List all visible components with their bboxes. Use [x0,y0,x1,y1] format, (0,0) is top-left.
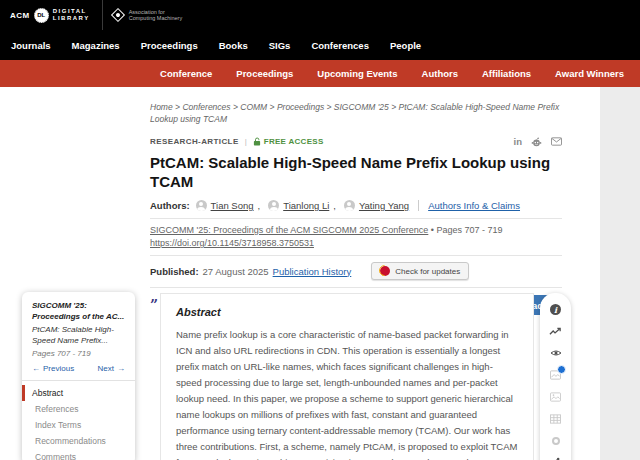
linkedin-icon[interactable]: in [514,136,522,147]
header-divider [102,0,103,30]
primary-nav-item[interactable]: Magazines [72,40,120,51]
article-type-label: RESEARCH-ARTICLE [150,137,239,146]
acm-association-logo[interactable]: Association forComputing Machinery [113,9,183,22]
doi-link[interactable]: https://doi.org/10.1145/3718958.3750531 [150,238,314,248]
publication-history-link[interactable]: Publication History [273,266,352,277]
divider [150,218,562,219]
doi-row: https://doi.org/10.1145/3718958.3750531 [150,238,562,248]
primary-nav-item[interactable]: SIGs [269,40,291,51]
crossmark-icon [380,266,390,276]
info-button[interactable]: i [550,304,561,315]
email-icon[interactable] [551,137,562,146]
section-nav-item[interactable]: Recommendations [22,433,125,449]
acm-dl-logo[interactable]: ACM DL DIGITALLIBRARY [10,8,90,23]
reddit-icon[interactable] [531,137,542,147]
abstract-section: Abstract Name prefix lookup is a core ch… [160,293,534,460]
author[interactable]: Yating Yang [344,200,409,211]
primary-nav-item[interactable]: Journals [11,40,51,51]
right-arrow-icon: → [117,364,125,373]
figures-button[interactable] [550,370,561,381]
section-nav-item[interactable]: Abstract [22,385,125,401]
divider [150,255,562,256]
breadcrumb-item[interactable]: Proceedings [277,102,334,112]
author[interactable]: Tianlong Li [268,200,336,211]
previous-article-link[interactable]: ←Previous [32,364,74,373]
article-header: HomeConferencesCOMMProceedingsSIGCOMM '2… [150,87,562,315]
metrics-icon [549,327,562,336]
conference-nav-item[interactable]: Award Winners [555,68,624,79]
left-arrow-icon: ← [32,364,40,373]
meta-separator: | [245,137,247,146]
versions-button[interactable] [552,435,560,446]
toc-pages: Pages 707 - 719 [32,349,125,358]
acm-diamond-icon [111,8,125,22]
breadcrumb-item[interactable]: COMM [240,102,277,112]
toc-pager: ←Previous Next→ [32,364,125,373]
eye-icon [550,349,562,357]
primary-nav: JournalsMagazinesProceedingsBooksSIGsCon… [0,30,640,60]
issue-toc-card: SIGCOMM '25: Proceedings of the AC... Pt… [22,292,135,460]
acm-logo-text: ACM [10,11,30,20]
table-icon [550,414,561,424]
free-access-label: FREE ACCESS [264,137,324,146]
authors-info-claims-link[interactable]: Authors Info & Claims [428,200,520,211]
acm-dl-article-page: ACM DL DIGITALLIBRARY Association forCom… [0,0,640,460]
primary-nav-item[interactable]: People [390,40,421,51]
conference-nav-item[interactable]: Conference [160,68,212,79]
check-updates-label: Check for updates [395,267,460,276]
divider [22,380,135,381]
section-nav-item[interactable]: References [22,401,125,417]
view-button[interactable] [550,348,562,359]
conference-nav-item[interactable]: Affiliations [482,68,531,79]
author-name-link[interactable]: Tianlong Li [283,200,329,211]
breadcrumb-item[interactable]: Home [150,102,182,112]
article-meta-row: RESEARCH-ARTICLE | FREE ACCESS in [150,136,562,147]
tables-button[interactable] [550,413,561,424]
author[interactable]: Tian Song [196,200,261,211]
association-name: Association forComputing Machinery [129,9,183,22]
article-title: PtCAM: Scalable High-Speed Name Prefix L… [150,153,562,191]
metrics-button[interactable] [549,326,562,337]
page-background-rail [600,87,640,460]
section-nav: AbstractReferencesIndex TermsRecommendat… [32,385,125,460]
dl-gear-icon: DL [34,8,49,23]
site-header: ACM DL DIGITALLIBRARY Association forCom… [0,0,640,30]
lock-open-icon [253,137,261,146]
breadcrumb-item[interactable]: SIGCOMM '25 [334,102,399,112]
divider [150,287,562,288]
breadcrumb-item[interactable]: Conferences [182,102,240,112]
media-button[interactable] [550,391,561,402]
authors-divider [418,200,419,211]
author-name-link[interactable]: Tian Song [211,200,254,211]
avatar-icon[interactable] [268,200,279,211]
venue-row: SIGCOMM '25: Proceedings of the ACM SIGC… [150,225,562,236]
conference-nav-item[interactable]: Proceedings [236,68,293,79]
floating-toolbar: i [540,293,571,460]
authors-list: Tian Song Tianlong Li Yating Yang [196,200,410,211]
primary-nav-item[interactable]: Conferences [311,40,369,51]
breadcrumb: HomeConferencesCOMMProceedingsSIGCOMM '2… [150,101,562,125]
conference-nav: ConferenceProceedingsUpcoming EventsAuth… [0,60,640,87]
primary-nav-item[interactable]: Books [219,40,248,51]
abstract-heading: Abstract [176,306,518,318]
next-article-link[interactable]: Next→ [98,364,125,373]
toc-proceedings-title[interactable]: SIGCOMM '25: Proceedings of the AC... [32,301,125,322]
abstract-text: Name prefix lookup is a core characteris… [176,327,518,460]
digital-library-text: DIGITALLIBRARY [53,8,90,23]
versions-icon [552,437,560,445]
conference-nav-item[interactable]: Authors [422,68,458,79]
primary-nav-item[interactable]: Proceedings [141,40,198,51]
authors-row: Authors: Tian Song Tianlong Li [150,200,562,211]
toc-article-title: PtCAM: Scalable High-Speed Name Prefix..… [32,325,125,346]
section-nav-item[interactable]: Comments [22,449,125,460]
section-nav-item[interactable]: Index Terms [22,417,125,433]
avatar-icon[interactable] [344,200,355,211]
avatar-icon[interactable] [196,200,207,211]
check-for-updates-button[interactable]: Check for updates [371,262,469,280]
info-icon: i [550,304,561,315]
proceedings-link[interactable]: SIGCOMM '25: Proceedings of the ACM SIGC… [150,225,428,235]
free-access-badge: FREE ACCESS [253,137,324,146]
conference-nav-item[interactable]: Upcoming Events [317,68,397,79]
author-name-link[interactable]: Yating Yang [359,200,409,211]
cite-icon: ” [150,300,158,310]
